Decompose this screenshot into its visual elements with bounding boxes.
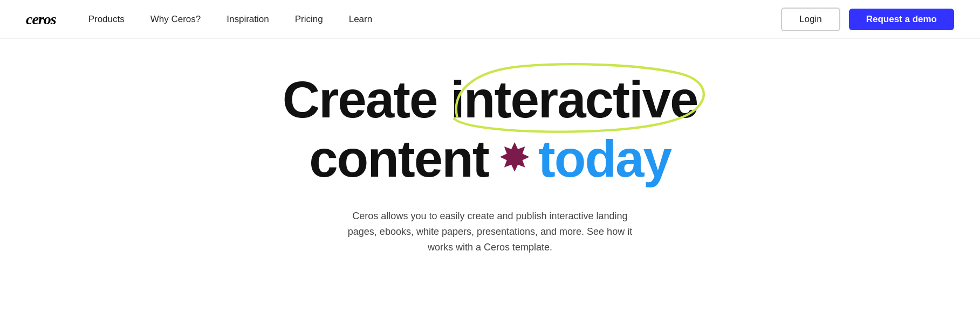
hero-word-interactive: interactive [450, 71, 697, 128]
hero-interactive-wrapper: interactive [450, 71, 697, 128]
hero-subtitle: Ceros allows you to easily create and pu… [339, 208, 641, 255]
nav-pricing[interactable]: Pricing [295, 14, 323, 25]
hero-word-content: content [309, 130, 489, 187]
hero-headline: Create interactive content ✸ today [283, 71, 698, 187]
nav-learn[interactable]: Learn [349, 14, 372, 25]
nav-inspiration[interactable]: Inspiration [227, 14, 269, 25]
request-demo-button[interactable]: Request a demo [849, 9, 954, 30]
hero-word-today: today [538, 130, 671, 187]
hero-line1: Create interactive [283, 71, 698, 128]
star-icon: ✸ [499, 141, 527, 176]
hero-section: Create interactive content ✸ today Ceros… [0, 39, 980, 277]
nav-actions: Login Request a demo [781, 8, 954, 31]
hero-line2: content ✸ today [283, 130, 698, 187]
hero-word-create: Create [283, 71, 451, 128]
navbar: ceros Products Why Ceros? Inspiration Pr… [0, 0, 980, 39]
logo[interactable]: ceros [26, 11, 56, 28]
nav-products[interactable]: Products [88, 14, 125, 25]
nav-links: Products Why Ceros? Inspiration Pricing … [88, 14, 781, 25]
login-button[interactable]: Login [781, 8, 840, 31]
nav-why-ceros[interactable]: Why Ceros? [150, 14, 201, 25]
